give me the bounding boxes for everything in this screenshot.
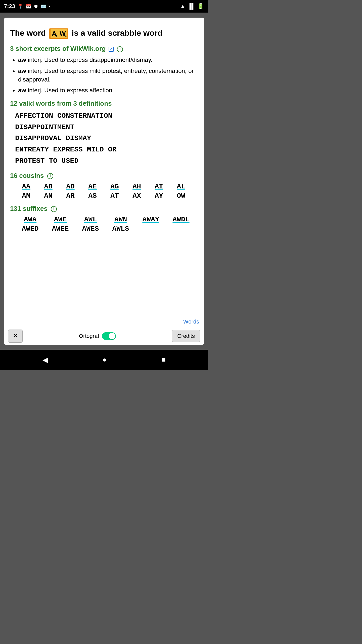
suffixes-info-icon[interactable]: i [51,206,57,212]
calendar-icon: 📅 [26,4,31,9]
suffix-awdl[interactable]: AWDL [166,216,196,223]
main-card: The word A1 W4 is a valid scrabble word … [4,18,204,345]
cousin-an[interactable]: AN [37,192,59,200]
cousin-ad[interactable]: AD [59,183,81,190]
suffix-away[interactable]: AWAY [136,216,166,223]
suffix-awe[interactable]: AWE [45,216,75,223]
cousin-aa[interactable]: AA [15,183,37,190]
dot-icon: • [49,4,50,9]
cousin-as[interactable]: AS [81,192,104,200]
suffix-awes[interactable]: AWES [75,225,106,233]
suffix-awls[interactable]: AWLS [106,225,136,233]
cousin-ag[interactable]: AG [104,183,126,190]
signal-icon: ▐▌ [188,3,195,10]
tile-a: A1 [51,29,58,38]
section-suffixes-title: 131 suffixes i [10,205,198,213]
cousins-grid: AA AB AD AE AG AH AI AL AM AN AR AS AT A… [10,183,198,200]
def1-text: aw interj. Used to express disappointmen… [18,56,152,63]
status-left: 7:23 📍 📅 ⏺ 🪪 • [4,3,50,10]
bottom-bar: ✕ Ortograf Credits [4,327,204,345]
ortograf-section: Ortograf [79,332,116,340]
ortograf-toggle[interactable] [102,332,116,340]
cousin-at[interactable]: AT [104,192,126,200]
word-cloud: AFFECTION CONSTERNATION DISAPPOINTMENT D… [10,110,198,167]
credits-label: Credits [177,333,195,339]
cousin-ay[interactable]: AY [148,192,170,200]
words-link[interactable]: Words [183,318,199,325]
title-post: is a valid scrabble word [72,28,162,37]
close-icon: ✕ [13,333,18,339]
status-right: ▲ ▐▌ 🔋 [180,3,204,10]
suffix-awa[interactable]: AWA [15,216,45,223]
recent-button[interactable]: ■ [161,356,166,364]
cousin-am[interactable]: AM [15,192,37,200]
section-cousins-label: 16 cousins [10,172,44,179]
status-time: 7:23 [4,3,15,10]
suffix-awed[interactable]: AWED [15,225,45,233]
nav-bar: ◀ ● ■ [0,350,208,370]
word-cloud-text: AFFECTION CONSTERNATION DISAPPOINTMENT D… [15,112,116,165]
media-icon: ⏺ [34,4,38,9]
external-link-icon[interactable] [109,47,114,52]
wifi-icon: ▲ [180,3,186,10]
tile-a-sub: 1 [56,34,57,38]
words-link-label: Words [183,318,199,325]
definition-list: aw interj. Used to express disappointmen… [10,56,198,94]
tile-w: W4 [58,29,67,38]
cousin-ar[interactable]: AR [59,192,81,200]
section-cousins-title: 16 cousins i [10,172,198,180]
toggle-knob [109,333,115,339]
section-excerpts-title: 3 short excerpts of WikWik.org i [10,45,198,53]
back-button[interactable]: ◀ [42,356,48,364]
cousin-al[interactable]: AL [170,183,192,190]
cousin-ae[interactable]: AE [81,183,104,190]
suffix-awn[interactable]: AWN [106,216,136,223]
status-bar: 7:23 📍 📅 ⏺ 🪪 • ▲ ▐▌ 🔋 [0,0,208,13]
section-words-label: 12 valid words from 3 definitions [10,100,112,107]
def2-text: aw interj. Used to express mild protest,… [18,67,194,83]
suffixes-grid: AWA AWE AWL AWN AWAY AWDL AWED AWEE AWES… [10,216,198,233]
ortograf-label: Ortograf [79,333,99,339]
home-button[interactable]: ● [103,356,107,364]
suffix-awl[interactable]: AWL [75,216,106,223]
section-suffixes-label: 131 suffixes [10,205,48,212]
scrabble-badge: A1 W4 [49,28,68,39]
cousin-ai[interactable]: AI [148,183,170,190]
cousin-ah[interactable]: AH [126,183,148,190]
section-words-title: 12 valid words from 3 definitions [10,100,198,107]
info-icon[interactable]: i [117,46,123,52]
cousin-ow[interactable]: OW [170,192,192,200]
top-divider [10,23,198,23]
tile-w-sub: 4 [65,34,66,38]
section-excerpts-label: 3 short excerpts of WikWik.org i [10,45,123,52]
title-pre: The word [10,28,46,37]
definition-2: aw interj. Used to express mild protest,… [18,67,198,84]
definition-3: aw interj. Used to express affection. [18,86,198,95]
cousin-ax[interactable]: AX [126,192,148,200]
battery-icon: 🔋 [197,3,204,10]
def3-text: aw interj. Used to express affection. [18,87,114,94]
fade-overlay [4,312,204,327]
page-title: The word A1 W4 is a valid scrabble word [10,28,198,39]
definition-1: aw interj. Used to express disappointmen… [18,56,198,64]
cousins-info-icon[interactable]: i [47,173,53,179]
close-button[interactable]: ✕ [8,330,23,343]
card-icon: 🪪 [41,4,46,9]
cousin-ab[interactable]: AB [37,183,59,190]
suffix-awee[interactable]: AWEE [45,225,75,233]
location-icon: 📍 [18,4,23,9]
credits-button[interactable]: Credits [172,330,200,342]
